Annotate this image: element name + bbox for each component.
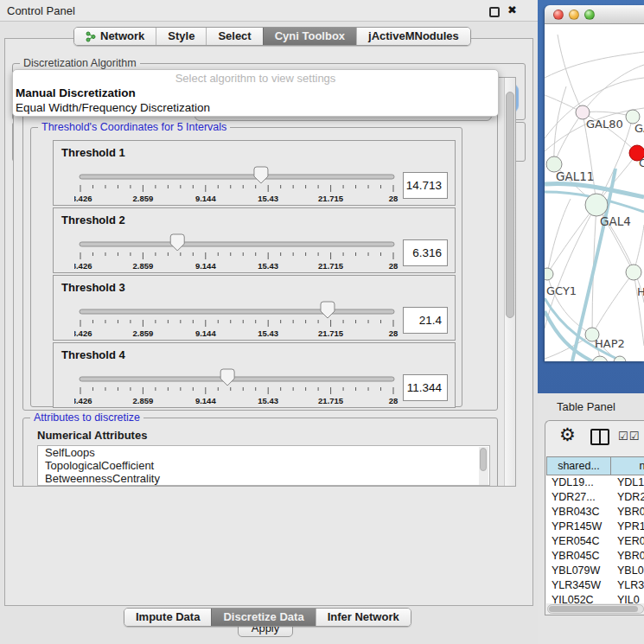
tab-jactivemnodules[interactable]: jActiveMNodules <box>356 28 470 45</box>
cell-name[interactable]: YBR0 <box>611 549 644 564</box>
cell-shared-name[interactable]: YDL19... <box>546 475 611 490</box>
table-row[interactable]: YER054CYER0 <box>546 534 644 549</box>
slider-tick-label: 21.715 <box>318 261 344 271</box>
slider-tick-label: 21.715 <box>318 328 344 338</box>
network-node[interactable] <box>626 265 641 280</box>
tab-impute-data[interactable]: Impute Data <box>124 609 211 626</box>
cell-shared-name[interactable]: YER054C <box>546 534 611 549</box>
cell-shared-name[interactable]: YIL052C <box>546 593 611 603</box>
cell-name[interactable]: YLR3 <box>611 578 644 593</box>
close-traffic-light-icon[interactable] <box>553 10 564 20</box>
table-row[interactable]: YDL19...YDL1 <box>546 475 644 490</box>
list-scrollbar[interactable] <box>479 447 488 486</box>
threshold-1-slider[interactable]: -3.4262.8599.14415.4321.71528 <box>74 164 420 204</box>
cell-name[interactable]: YIL0 <box>611 593 640 603</box>
slider-tick-label: 9.144 <box>195 328 216 338</box>
network-window[interactable]: GAL80GACGAL11GAL4GCY1HHAP2 <box>545 5 644 361</box>
table-row[interactable]: YBR045CYBR0 <box>546 549 644 564</box>
slider-track[interactable] <box>80 309 394 314</box>
slider-tick-label: 15.43 <box>258 261 278 271</box>
network-node-label: GAL4 <box>600 214 631 228</box>
table-row[interactable]: YLR345WYLR3 <box>546 578 644 593</box>
network-graph: GAL80GACGAL11GAL4GCY1HHAP2 <box>545 24 644 361</box>
slider-tick-label: 2.859 <box>133 396 154 405</box>
threshold-3-slider[interactable]: -3.4262.8599.14415.4321.71528 <box>74 299 420 339</box>
network-window-titlebar[interactable] <box>545 5 644 24</box>
cell-name[interactable]: YDL1 <box>611 475 644 490</box>
list-item[interactable]: TopologicalCoefficient <box>38 459 489 472</box>
network-node-label: GA <box>634 122 644 135</box>
slider-tick-label: 28 <box>389 261 399 271</box>
cell-name[interactable]: YER0 <box>611 534 644 549</box>
column-header-shared[interactable]: shared... <box>546 456 611 475</box>
column-header-name[interactable]: na <box>611 456 644 475</box>
dropdown-option-manual-discretization[interactable]: Manual Discretization <box>13 86 498 100</box>
network-node[interactable] <box>545 268 553 280</box>
network-node[interactable] <box>585 194 608 216</box>
tab-cyni-toolbox[interactable]: Cyni Toolbox <box>263 28 356 45</box>
horizontal-scrollbar[interactable] <box>547 604 644 614</box>
cell-shared-name[interactable]: YLR345W <box>546 578 611 593</box>
scrollbar-thumb[interactable] <box>480 448 487 471</box>
cell-shared-name[interactable]: YBL079W <box>546 564 611 578</box>
list-item[interactable]: BetweennessCentrality <box>38 472 489 485</box>
threshold-2-value-field[interactable]: 6.316 <box>403 239 448 266</box>
numerical-attributes-list[interactable]: SelfLoops TopologicalCoefficient Between… <box>37 445 490 486</box>
slider-thumb[interactable] <box>254 167 268 183</box>
column-visibility-checkboxes-icon[interactable]: ☑☑ <box>618 430 640 443</box>
slider-track[interactable] <box>80 242 394 246</box>
tab-discretize-data[interactable]: Discretize Data <box>211 609 315 626</box>
slider-track[interactable] <box>80 175 394 179</box>
cell-name[interactable]: YBR0 <box>611 505 644 520</box>
tab-network[interactable]: Network <box>74 28 156 45</box>
tab-style[interactable]: Style <box>156 28 206 45</box>
float-window-icon[interactable] <box>489 7 500 17</box>
group-title: Attributes to discretize <box>30 411 143 424</box>
cyni-toolbox-panel: Discretization Algorithm Table Data galF… <box>4 38 533 606</box>
cell-name[interactable]: YDR2 <box>611 490 644 505</box>
table-row[interactable]: YBL079WYBL0 <box>546 564 644 578</box>
slider-track[interactable] <box>80 377 394 381</box>
cell-shared-name[interactable]: YBR043C <box>546 505 611 520</box>
table-row[interactable]: YIL052CYIL0 <box>546 593 644 603</box>
tab-label: Discretize Data <box>223 609 303 626</box>
table-row[interactable]: YPR145WYPR1 <box>546 520 644 534</box>
network-edge <box>583 65 644 112</box>
slider-tick-label: 15.43 <box>258 396 278 405</box>
threshold-2-slider[interactable]: -3.4262.8599.14415.4321.71528 <box>74 232 420 271</box>
table-row[interactable]: YDR27...YDR2 <box>546 490 644 505</box>
slider-thumb[interactable] <box>220 369 234 386</box>
dropdown-option-equal-width-frequency[interactable]: Equal Width/Frequency Discretization <box>13 100 498 115</box>
tab-label: Network <box>100 28 144 45</box>
cell-shared-name[interactable]: YPR145W <box>546 520 611 534</box>
tab-select[interactable]: Select <box>206 28 262 45</box>
scrollbar-thumb[interactable] <box>549 606 638 612</box>
tab-infer-network[interactable]: Infer Network <box>316 609 411 626</box>
threshold-3-value-field[interactable]: 21.4 <box>403 307 448 334</box>
settings-gear-icon[interactable]: ⚙ <box>559 424 576 445</box>
threshold-4-slider[interactable]: -3.4262.8599.14415.4321.71528 <box>74 367 420 406</box>
minimize-traffic-light-icon[interactable] <box>569 10 579 20</box>
vertical-scrollbar[interactable] <box>504 78 515 486</box>
network-view-canvas[interactable]: GAL80GACGAL11GAL4GCY1HHAP2 <box>545 24 644 361</box>
zoom-traffic-light-icon[interactable] <box>584 10 595 20</box>
close-icon[interactable]: ✖ <box>507 3 517 16</box>
slider-tick-label: -3.426 <box>74 261 92 271</box>
slider-thumb[interactable] <box>170 234 184 251</box>
table-row[interactable]: YBR043CYBR0 <box>546 505 644 520</box>
cell-shared-name[interactable]: YBR045C <box>546 549 611 564</box>
cell-name[interactable]: YBL0 <box>611 564 644 578</box>
panel-title: Control Panel <box>7 4 75 17</box>
network-node[interactable] <box>592 356 608 361</box>
threshold-1-value-field[interactable]: 14.713 <box>403 172 448 199</box>
network-edge <box>592 272 634 335</box>
threshold-4-value-field[interactable]: 11.344 <box>403 374 448 401</box>
cell-shared-name[interactable]: YDR27... <box>546 490 611 505</box>
cell-name[interactable]: YPR1 <box>611 520 644 534</box>
slider-thumb[interactable] <box>321 302 335 318</box>
split-columns-icon[interactable] <box>590 429 609 445</box>
list-item[interactable]: SelfLoops <box>38 446 489 459</box>
scrollbar-thumb[interactable] <box>506 92 514 318</box>
slider-tick-label: -3.426 <box>74 328 92 338</box>
threshold-4-box: Threshold 4 -3.4262.8599.14415.4321.7152… <box>53 342 456 408</box>
